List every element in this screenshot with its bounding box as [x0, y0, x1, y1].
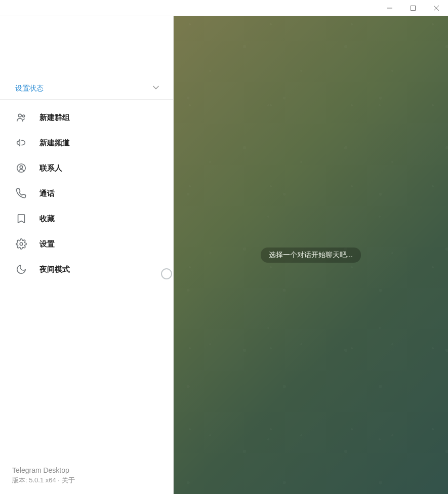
menu-item-contacts[interactable]: 联系人 — [0, 155, 173, 181]
version-line: 版本: 5.0.1 x64 · 关于 — [12, 476, 173, 485]
people-icon — [15, 111, 27, 124]
svg-point-7 — [20, 166, 23, 169]
menu-item-new-channel[interactable]: 新建频道 — [0, 130, 173, 155]
menu-label-night-mode: 夜间模式 — [39, 265, 70, 274]
menu-label-settings: 设置 — [39, 239, 55, 249]
menu-item-new-group[interactable]: 新建群组 — [0, 105, 173, 130]
moon-icon — [15, 263, 27, 275]
megaphone-icon — [15, 137, 27, 149]
menu-item-calls[interactable]: 通话 — [0, 181, 173, 206]
profile-area — [0, 16, 173, 78]
gear-icon — [15, 238, 27, 250]
menu-label-contacts: 联系人 — [39, 163, 62, 173]
window-maximize-button[interactable] — [401, 0, 425, 16]
version-value: 5.0.1 x64 — [29, 476, 56, 484]
set-status-row[interactable]: 设置状态 — [0, 78, 173, 100]
menu-label-new-channel: 新建频道 — [39, 138, 70, 148]
svg-point-5 — [22, 115, 24, 117]
svg-point-6 — [17, 164, 26, 173]
menu-label-calls: 通话 — [39, 189, 55, 198]
toggle-knob — [161, 268, 172, 279]
phone-icon — [15, 187, 27, 199]
menu-item-night-mode[interactable]: 夜间模式 — [0, 257, 173, 282]
sidebar: 设置状态 新建群组 新建频道 — [0, 16, 174, 494]
svg-point-4 — [18, 114, 21, 117]
about-link[interactable]: 关于 — [62, 476, 75, 484]
menu-list: 新建群组 新建频道 联系人 — [0, 100, 173, 282]
minimize-icon — [387, 5, 393, 11]
set-status-label: 设置状态 — [15, 84, 44, 93]
window-close-button[interactable] — [425, 0, 448, 16]
menu-label-saved: 收藏 — [39, 214, 55, 224]
close-icon — [433, 5, 439, 11]
sidebar-footer: Telegram Desktop 版本: 5.0.1 x64 · 关于 — [0, 465, 173, 494]
menu-item-saved[interactable]: 收藏 — [0, 206, 173, 231]
app-name: Telegram Desktop — [12, 465, 173, 476]
svg-rect-1 — [411, 6, 416, 10]
menu-label-new-group: 新建群组 — [39, 113, 70, 122]
user-icon — [15, 162, 27, 174]
bookmark-icon — [15, 213, 27, 225]
menu-item-settings[interactable]: 设置 — [0, 231, 173, 257]
chevron-down-icon — [151, 83, 161, 95]
svg-point-8 — [20, 242, 23, 245]
chat-area: 选择一个对话开始聊天吧... — [174, 16, 448, 494]
version-separator: · — [56, 476, 62, 484]
maximize-icon — [410, 5, 416, 11]
empty-chat-prompt: 选择一个对话开始聊天吧... — [261, 248, 361, 263]
window-titlebar — [0, 0, 448, 16]
version-prefix: 版本: — [12, 476, 29, 484]
window-minimize-button[interactable] — [378, 0, 401, 16]
